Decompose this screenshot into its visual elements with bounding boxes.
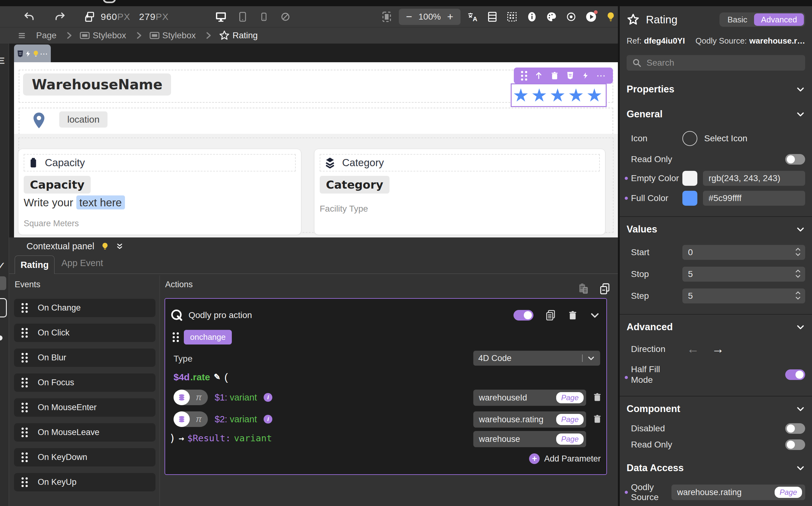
drag-handle-icon[interactable] [21, 428, 28, 437]
read-only-toggle[interactable] [785, 154, 805, 165]
css-icon[interactable] [566, 71, 574, 80]
step-stepper[interactable]: 5 [682, 288, 805, 304]
empty-color-swatch[interactable] [682, 171, 697, 186]
icon-preview-circle[interactable] [682, 131, 697, 146]
scope-badge[interactable]: Page [774, 487, 802, 498]
drag-handle-icon[interactable] [521, 71, 527, 81]
drag-handle-icon[interactable] [21, 353, 28, 362]
category-title-chip[interactable]: Category [320, 176, 390, 193]
drag-handle-icon[interactable] [21, 328, 28, 338]
undo-button[interactable] [22, 10, 37, 24]
chevron-down-icon[interactable] [796, 404, 805, 414]
empty-color-input[interactable]: rgb(243, 243, 243) [703, 171, 805, 186]
direction-right-arrow-icon[interactable]: → [712, 342, 724, 356]
param-kind-toggle[interactable]: π [174, 390, 208, 405]
direction-left-arrow-icon[interactable]: ← [687, 342, 699, 356]
section-advanced[interactable]: Advanced [627, 322, 805, 333]
select-icon-button[interactable]: Select Icon [704, 134, 747, 144]
capacity-body-highlight[interactable]: text here [76, 195, 125, 209]
fit-to-screen-button[interactable] [380, 10, 394, 24]
component-read-only-toggle[interactable] [785, 439, 805, 450]
canvas-row-location[interactable]: location [19, 108, 613, 135]
copy-action-icon[interactable] [545, 310, 556, 321]
drag-handle-icon[interactable] [21, 452, 28, 462]
scope-badge[interactable]: Page [556, 433, 584, 445]
event-item-onclick[interactable]: On Click [14, 324, 155, 342]
lightning-icon[interactable] [24, 50, 31, 58]
theme-palette-button[interactable] [544, 10, 559, 24]
search-input[interactable]: Search [627, 55, 805, 71]
lightbulb-icon[interactable] [32, 50, 40, 58]
section-component[interactable]: Component [627, 403, 805, 415]
trash-icon[interactable] [593, 414, 602, 424]
rating-widget-selected[interactable]: ★★★★★ [511, 83, 607, 107]
full-color-swatch[interactable] [682, 191, 697, 206]
zoom-out-button[interactable]: − [402, 11, 416, 23]
chevron-down-icon[interactable] [796, 109, 805, 119]
breadcrumb-stylebox-1[interactable]: Stylebox [92, 30, 126, 40]
stop-stepper[interactable]: 5 [682, 267, 805, 282]
run-preview-button[interactable] [584, 10, 598, 24]
action-enabled-toggle[interactable] [514, 310, 533, 321]
chevron-down-icon[interactable] [590, 310, 600, 321]
drag-handle-icon[interactable] [21, 378, 28, 388]
grid-toggle-button[interactable] [505, 10, 519, 24]
drag-handle-icon[interactable] [21, 403, 28, 412]
canvas-size-icon[interactable] [82, 10, 96, 24]
tab-app-event[interactable]: App Event [61, 258, 103, 268]
capacity-footer-text[interactable]: Square Meters [24, 219, 79, 229]
stepper-arrows-icon[interactable] [795, 291, 801, 300]
mobile-view-button[interactable] [257, 10, 271, 24]
pi-icon[interactable]: π [190, 393, 208, 402]
capacity-title-chip[interactable]: Capacity [24, 176, 91, 193]
event-item-onchange[interactable]: On Change [14, 299, 155, 317]
info-icon[interactable]: i [264, 393, 272, 402]
page-canvas[interactable]: WarehouseName ⋯ ★★★★★ location [14, 62, 618, 238]
rating-stars[interactable]: ★★★★★ [513, 86, 605, 104]
capacity-card-header[interactable]: Capacity [24, 154, 296, 171]
edit-pencil-icon[interactable]: ✎ [214, 372, 221, 382]
breadcrumb-rating[interactable]: Rating [232, 30, 258, 40]
category-card-header[interactable]: Category [320, 154, 600, 171]
datasource-icon[interactable] [174, 411, 190, 427]
tips-bulb-button[interactable] [604, 10, 618, 24]
category-card[interactable]: Category Category Facility Type [314, 149, 605, 235]
drag-handle-icon[interactable] [21, 303, 28, 313]
half-fill-toggle[interactable] [785, 369, 805, 380]
chevron-down-icon[interactable] [796, 225, 805, 234]
stepper-arrows-icon[interactable] [795, 247, 801, 257]
preview-eye-button[interactable] [564, 10, 578, 24]
event-chip-onchange[interactable]: onchange [184, 330, 232, 344]
css-icon[interactable] [16, 50, 24, 58]
canvas-element-tab[interactable]: ⋯ [14, 45, 51, 63]
start-stepper[interactable]: 0 [682, 245, 805, 260]
redo-button[interactable] [53, 10, 67, 24]
zoom-in-button[interactable]: + [443, 11, 457, 23]
chevron-down-icon[interactable] [796, 463, 805, 473]
event-item-onblur[interactable]: On Blur [14, 348, 155, 367]
duplicate-icon[interactable] [599, 283, 610, 295]
result-value-input[interactable]: warehouse Page [473, 431, 586, 447]
param-value-input-1[interactable]: warehouseId Page [473, 390, 586, 406]
add-parameter-button[interactable]: + Add Parameter [529, 453, 601, 464]
section-general[interactable]: General [627, 109, 805, 120]
full-color-input[interactable]: #5c99ffff [703, 191, 805, 206]
desktop-view-button[interactable] [214, 10, 228, 24]
trash-icon[interactable] [550, 71, 559, 80]
capacity-body-text[interactable]: Write your text here [24, 196, 125, 209]
layout-panels-button[interactable] [485, 10, 499, 24]
scope-badge[interactable]: Page [556, 414, 584, 425]
param-kind-toggle[interactable]: π [174, 411, 208, 427]
mode-basic-button[interactable]: Basic [721, 15, 754, 24]
translate-button[interactable]: A [466, 10, 480, 24]
section-values[interactable]: Values [627, 224, 805, 235]
event-item-onmouseenter[interactable]: On MouseEnter [14, 398, 155, 417]
category-footer-text[interactable]: Facility Type [320, 204, 368, 214]
mode-advanced-button[interactable]: Advanced [754, 13, 804, 26]
tab-rating[interactable]: Rating [15, 255, 55, 274]
paste-icon[interactable] [578, 283, 589, 295]
event-item-onmouseleave[interactable]: On MouseLeave [14, 423, 155, 442]
chevron-down-icon[interactable] [796, 322, 805, 332]
collapse-double-chevron-icon[interactable] [116, 242, 124, 251]
event-item-onfocus[interactable]: On Focus [14, 373, 155, 392]
